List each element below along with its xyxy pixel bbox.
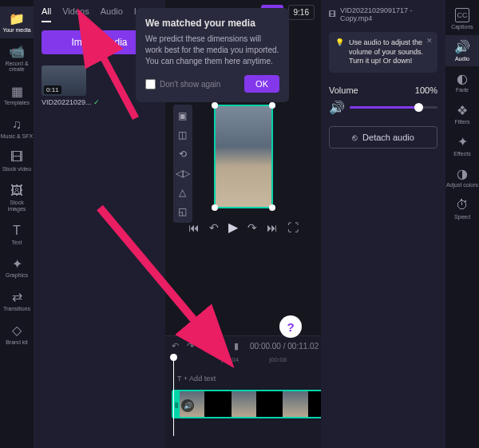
- rail-graphics[interactable]: ✦Graphics: [0, 252, 34, 283]
- image-icon: 🖼: [10, 184, 24, 198]
- undo-icon[interactable]: ↶: [172, 341, 179, 351]
- skip-fwd-icon[interactable]: ⏭: [267, 221, 278, 234]
- rail-filters[interactable]: ❖Filters: [445, 98, 479, 130]
- tab-all[interactable]: All: [42, 6, 51, 22]
- audio-tip: 💡 Use audio to adjust the volume of your…: [329, 32, 437, 73]
- rail-label: Audio: [455, 56, 469, 62]
- rail-label: Speed: [454, 214, 470, 220]
- resize-handle-tl[interactable]: [212, 102, 218, 109]
- rail-captions[interactable]: CCCaptions: [445, 3, 479, 35]
- rail-label: Captions: [451, 24, 473, 30]
- volume-value: 100%: [415, 85, 437, 95]
- tooltip-ok-button[interactable]: OK: [244, 75, 279, 93]
- film-icon: 🎞: [329, 10, 336, 18]
- step-fwd-icon[interactable]: ↷: [247, 221, 257, 234]
- left-tool-rail: 📁 Your media 📹Record & create ▦Templates…: [0, 0, 34, 448]
- rail-adjust-colors[interactable]: ◑Adjust colors: [445, 161, 479, 193]
- swap-icon: ⇄: [10, 290, 24, 304]
- video-preview[interactable]: [214, 105, 273, 208]
- tooltip-title: We matched your media: [145, 18, 279, 29]
- rail-record-create[interactable]: 📹Record & create: [0, 40, 34, 77]
- help-button[interactable]: ?: [279, 315, 302, 338]
- aspect-ratio-selector[interactable]: 9:16: [288, 5, 315, 20]
- resize-handle-tr[interactable]: [269, 102, 275, 109]
- dimensions-tooltip: We matched your media We predict these d…: [136, 8, 289, 102]
- timeline-time: 00:00.00 / 00:11.02: [250, 342, 319, 351]
- rail-label: Stock video: [2, 166, 31, 172]
- tip-text: Use audio to adjust the volume of your s…: [349, 38, 431, 66]
- tab-audio[interactable]: Audio: [101, 6, 123, 22]
- split-icon[interactable]: ✂: [202, 341, 209, 351]
- rail-speed[interactable]: ⏱Speed: [445, 193, 479, 225]
- play-button[interactable]: ▶: [228, 220, 238, 235]
- close-icon[interactable]: ✕: [426, 37, 433, 46]
- diamond-icon: ◇: [10, 323, 24, 338]
- pip-icon[interactable]: ◱: [176, 205, 189, 218]
- rail-label: Your media: [2, 27, 30, 34]
- rail-your-media[interactable]: 📁 Your media: [0, 6, 34, 38]
- film-icon: 🎞: [10, 150, 24, 165]
- rail-music-sfx[interactable]: ♫Music & SFX: [0, 113, 34, 145]
- ruler-tick: |00:08: [269, 356, 287, 363]
- clip-thumbnails: [180, 391, 335, 417]
- rail-label: Adjust colors: [446, 182, 478, 188]
- overlay-icon[interactable]: ▣: [176, 109, 189, 122]
- detach-audio-button[interactable]: ⎋ Detach audio: [329, 126, 437, 149]
- rail-transitions[interactable]: ⇄Transitions: [0, 285, 34, 317]
- rail-text[interactable]: TText: [0, 219, 34, 251]
- text-track-icon: T: [177, 375, 181, 383]
- volume-slider[interactable]: [350, 106, 437, 109]
- dont-show-again[interactable]: Don't show again: [145, 79, 220, 89]
- crop-icon[interactable]: ◫: [176, 129, 189, 141]
- rail-stock-video[interactable]: 🎞Stock video: [0, 145, 34, 177]
- properties-panel: 🎞 VID20221029091717 - Copy.mp4 💡 Use aud…: [321, 0, 445, 448]
- rail-stock-images[interactable]: 🖼Stock images: [0, 179, 34, 216]
- resize-handle-bl[interactable]: [212, 204, 218, 211]
- colors-icon: ◑: [455, 166, 469, 180]
- rail-label: Text: [12, 240, 22, 246]
- camera-icon: 📹: [10, 45, 24, 59]
- step-back-icon[interactable]: ↶: [209, 221, 219, 234]
- media-duration: 0:11: [44, 85, 61, 94]
- meter-icon[interactable]: ▮: [234, 341, 239, 351]
- sparkle-icon: ✦: [10, 256, 24, 271]
- grid-icon: ▦: [10, 84, 24, 98]
- volume-label: Volume: [329, 85, 358, 95]
- media-filename: VID20221029...: [42, 98, 92, 106]
- rail-label: Filters: [454, 119, 469, 125]
- rail-audio[interactable]: 🔊Audio: [445, 35, 479, 67]
- media-filename-row: VID20221029... ✓: [42, 98, 86, 106]
- resize-handle-br[interactable]: [269, 204, 275, 211]
- fullscreen-icon[interactable]: ⛶: [287, 221, 299, 234]
- slider-thumb[interactable]: [414, 103, 423, 112]
- dont-show-checkbox[interactable]: [145, 79, 156, 89]
- rail-label: Graphics: [6, 272, 28, 279]
- delete-icon[interactable]: 🗑: [217, 342, 226, 351]
- video-clip[interactable]: || 🔊 ||: [172, 390, 342, 418]
- rail-effects[interactable]: ✦Effects: [445, 130, 479, 162]
- folder-icon: 📁: [10, 11, 24, 26]
- preview-wrap: ▣ ◫ ⟲ ◁▷ △ ◱ ⏮ ↶ ▶ ↷ ⏭ ⛶: [196, 105, 291, 235]
- text-icon: T: [10, 224, 24, 238]
- speaker-icon[interactable]: 🔊: [181, 399, 194, 412]
- flip-h-icon[interactable]: ◁▷: [176, 167, 189, 180]
- slider-fill: [350, 106, 418, 109]
- add-text-track[interactable]: T + Add text: [172, 371, 342, 387]
- rail-fade[interactable]: ◐Fade: [445, 66, 479, 98]
- redo-icon[interactable]: ↷: [187, 341, 194, 351]
- media-item[interactable]: 0:11 VID20221029... ✓: [42, 65, 86, 106]
- tooltip-body: We predict these dimensions will work be…: [145, 34, 279, 67]
- rail-label: Music & SFX: [1, 133, 33, 140]
- volume-slider-row: 🔊: [329, 100, 437, 115]
- media-thumbnail: 0:11: [42, 65, 86, 96]
- rail-label: Stock images: [0, 200, 34, 212]
- effects-icon: ✦: [455, 135, 469, 149]
- rotate-icon[interactable]: ⟲: [176, 148, 189, 161]
- playhead[interactable]: [173, 356, 174, 436]
- tab-videos[interactable]: Videos: [62, 6, 89, 22]
- rail-brand-kit[interactable]: ◇Brand kit: [0, 319, 34, 351]
- clip-handle-left[interactable]: ||: [173, 391, 180, 417]
- flip-v-icon[interactable]: △: [176, 186, 189, 199]
- rail-templates[interactable]: ▦Templates: [0, 79, 34, 111]
- time-total: 00:11.02: [287, 342, 319, 351]
